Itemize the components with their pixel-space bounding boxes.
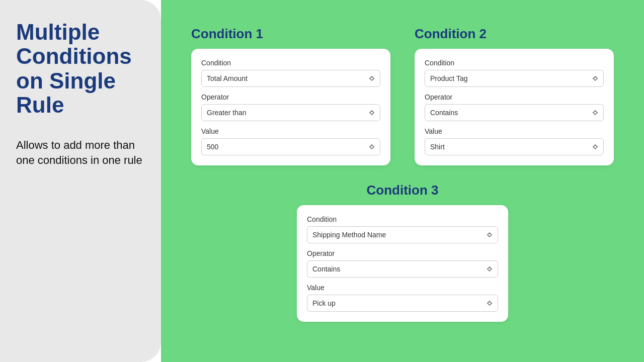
condition-3-operator-label: Operator <box>307 249 498 257</box>
condition-block-1: Condition 1 Condition Total Amount Opera… <box>179 18 403 177</box>
page-description: Allows to add more than one conditions i… <box>16 138 145 169</box>
condition-1-heading: Condition 1 <box>191 26 390 42</box>
condition-2-value-select[interactable]: Shirt <box>425 138 604 155</box>
condition-2-value-label: Value <box>425 127 604 135</box>
condition-3-condition-label: Condition <box>307 215 498 223</box>
main-content: Condition 1 Condition Total Amount Opera… <box>161 0 644 362</box>
condition-1-operator-label: Operator <box>201 93 380 101</box>
condition-1-value-select[interactable]: 500 <box>201 138 380 155</box>
condition-3-heading: Condition 3 <box>367 183 439 198</box>
sidebar: Multiple Conditions on Single Rule Allow… <box>0 0 161 362</box>
condition-2-condition-label: Condition <box>425 59 604 67</box>
condition-2-condition-select[interactable]: Product Tag <box>425 70 604 87</box>
condition-1-operator-select[interactable]: Greater than <box>201 104 380 121</box>
condition-3-value-label: Value <box>307 284 498 292</box>
condition-3-condition-select[interactable]: Shipping Method Name <box>307 226 498 243</box>
condition-3-operator-select[interactable]: Contains <box>307 260 498 278</box>
condition-1-condition-label: Condition <box>201 59 380 67</box>
page-title: Multiple Conditions on Single Rule <box>16 20 145 118</box>
condition-2-operator-select[interactable]: Contains <box>425 104 604 121</box>
condition-3-card: Condition Shipping Method Name Operator … <box>297 205 508 322</box>
condition-2-heading: Condition 2 <box>415 26 614 42</box>
condition-3-value-select[interactable]: Pick up <box>307 295 498 312</box>
condition-2-operator-label: Operator <box>425 93 604 101</box>
condition-1-value-label: Value <box>201 127 380 135</box>
condition-block-2: Condition 2 Condition Product Tag Operat… <box>403 18 626 177</box>
condition-1-card: Condition Total Amount Operator Greater … <box>191 49 390 165</box>
condition-2-card: Condition Product Tag Operator Contains … <box>415 49 614 165</box>
condition-1-condition-select[interactable]: Total Amount <box>201 70 380 87</box>
condition-block-3: Condition 3 Condition Shipping Method Na… <box>179 177 626 334</box>
